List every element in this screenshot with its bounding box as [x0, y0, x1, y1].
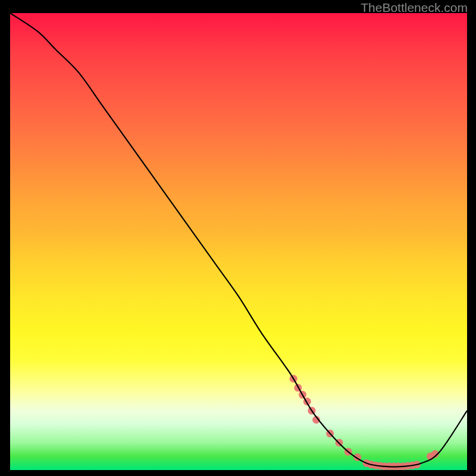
- chart-container: TheBottleneck.com: [0, 0, 476, 476]
- curve-svg: [10, 13, 467, 470]
- data-markers: [290, 375, 439, 470]
- plot-area: [10, 13, 467, 470]
- watermark-text: TheBottleneck.com: [361, 1, 468, 15]
- bottleneck-curve: [10, 13, 467, 467]
